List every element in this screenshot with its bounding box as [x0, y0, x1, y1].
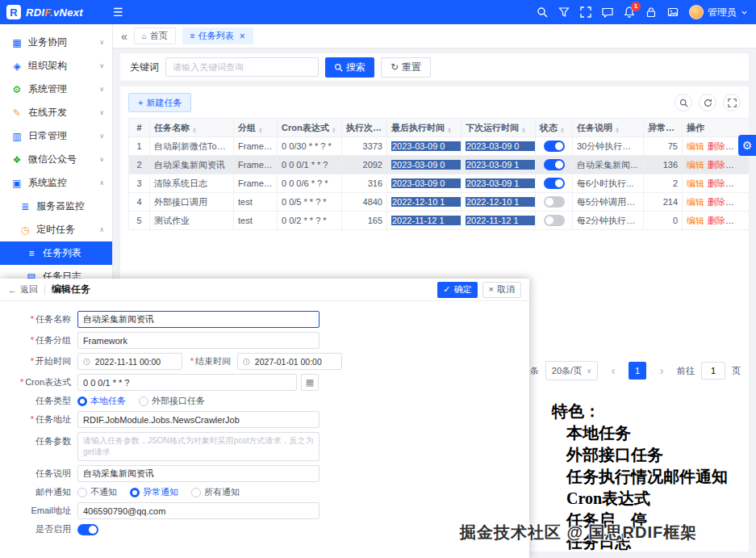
table-search-icon[interactable] — [675, 94, 692, 111]
next-page-button[interactable]: › — [653, 362, 670, 380]
sidebar-item-task-list[interactable]: ≡任务列表 — [0, 241, 112, 265]
status-toggle[interactable] — [544, 178, 565, 189]
task-group-input[interactable] — [77, 332, 320, 349]
radio-external-task[interactable]: 外部接口任务 — [139, 395, 205, 407]
confirm-button[interactable]: ✓ 确定 — [437, 282, 477, 298]
tab-task-list[interactable]: ≡ 任务列表 × — [182, 27, 253, 44]
sidebar-item-organization[interactable]: ◈组织架构∨ — [0, 54, 112, 78]
task-address-input[interactable] — [77, 411, 320, 428]
search-icon[interactable] — [537, 6, 548, 18]
column-header[interactable]: 分组▲▼ — [234, 119, 278, 137]
sidebar-item-online-dev[interactable]: ✎在线开发∨ — [0, 101, 112, 124]
status-toggle[interactable] — [544, 159, 565, 170]
cell-description: 每5分钟调用一次 — [573, 193, 644, 212]
edit-link[interactable]: 编辑 — [687, 197, 704, 207]
column-header[interactable]: 任务名称▲▼ — [150, 119, 234, 137]
table-refresh-icon[interactable] — [699, 94, 716, 111]
close-tab-icon[interactable]: × — [240, 31, 245, 41]
cell-actions: 编辑删除日志 — [683, 193, 750, 212]
end-time-picker[interactable] — [237, 353, 342, 370]
cell-description: 自动采集新闻... — [573, 156, 644, 174]
task-params-textarea[interactable] — [77, 432, 320, 461]
back-button[interactable]: ← 返回 — [8, 283, 38, 296]
delete-link[interactable]: 删除 — [708, 197, 725, 207]
column-header[interactable]: 执行次数▲▼ — [342, 119, 387, 137]
status-toggle[interactable] — [544, 196, 565, 208]
cell-actions: 编辑删除日志 — [683, 156, 750, 174]
new-task-button[interactable]: + 新建任务 — [128, 93, 191, 112]
column-header[interactable]: 下次运行时间▲▼ — [462, 119, 536, 137]
sidebar-item-daily-admin[interactable]: ▥日常管理∨ — [0, 124, 112, 148]
column-header[interactable]: 状态▲▼ — [536, 119, 573, 137]
column-header[interactable]: 最后执行时间▲▼ — [387, 119, 462, 137]
grid-icon: ▦ — [11, 37, 23, 48]
column-header[interactable]: 异常次数▲▼ — [644, 119, 683, 137]
gear-icon: ⚙ — [742, 139, 753, 152]
sidebar-item-wechat[interactable]: ❖微信公众号∨ — [0, 148, 112, 171]
page-size-select[interactable]: 20条/页 ∨ — [545, 361, 598, 380]
sidebar-item-system-monitor[interactable]: ▣系统监控∧ — [0, 171, 112, 195]
sidebar-item-server-monitor[interactable]: ≣服务器监控 — [0, 195, 112, 218]
app-logo: R RDIF.vNext — [0, 5, 103, 19]
settings-fab[interactable]: ⚙ — [738, 135, 756, 156]
radio-mail-error[interactable]: 异常通知 — [130, 486, 178, 498]
start-time-input[interactable] — [94, 356, 177, 367]
goto-page-input[interactable] — [701, 362, 725, 380]
lock-icon[interactable] — [645, 6, 657, 18]
cell-description: 30分钟执行一次 — [573, 137, 644, 156]
edit-link[interactable]: 编辑 — [687, 160, 704, 170]
cell-description: 每6小时执行... — [573, 174, 644, 193]
task-name-input[interactable] — [77, 311, 320, 328]
start-time-picker[interactable] — [77, 353, 182, 370]
cell-next-run: 2023-03-09 10:00 — [462, 156, 536, 174]
feature-item: 本地任务 — [566, 422, 728, 444]
image-icon[interactable] — [667, 6, 679, 18]
email-input[interactable] — [77, 502, 320, 519]
cancel-button[interactable]: × 取消 — [482, 282, 521, 298]
menu-collapse-icon[interactable]: ☰ — [113, 6, 123, 19]
close-icon: × — [489, 285, 494, 294]
table-fullscreen-icon[interactable] — [723, 94, 741, 111]
filter-icon[interactable] — [558, 6, 570, 18]
status-toggle[interactable] — [544, 215, 565, 226]
reset-button[interactable]: ↻ 重置 — [381, 57, 431, 78]
sidebar-item-business[interactable]: ▦业务协同∨ — [0, 31, 112, 54]
cell-actions: 编辑删除日志 — [683, 212, 750, 230]
collapse-tabs-icon[interactable]: « — [121, 30, 127, 43]
admin-menu[interactable]: 管理员 — [689, 5, 748, 19]
current-page-button[interactable]: 1 — [629, 362, 646, 380]
delete-link[interactable]: 删除 — [708, 178, 725, 188]
tabbar: « ⌂ 首页 ≡ 任务列表 × — [113, 24, 756, 48]
radio-mail-all[interactable]: 所有通知 — [191, 486, 240, 498]
sidebar-item-system-admin[interactable]: ⚙系统管理∨ — [0, 78, 112, 101]
cell-next-run: 2022-11-12 11:42 — [462, 212, 536, 230]
edit-link[interactable]: 编辑 — [687, 216, 704, 225]
keyword-input[interactable] — [165, 57, 319, 77]
cron-builder-button[interactable]: ▦ — [301, 374, 319, 391]
end-time-input[interactable] — [253, 356, 336, 367]
enable-toggle[interactable] — [77, 524, 98, 535]
column-header[interactable]: 任务说明▲▼ — [573, 119, 644, 137]
tab-home[interactable]: ⌂ 首页 — [134, 27, 176, 44]
notification-bell-icon[interactable]: 1 — [624, 6, 635, 18]
delete-link[interactable]: 删除 — [708, 216, 725, 225]
edit-link[interactable]: 编辑 — [687, 178, 704, 188]
task-desc-input[interactable] — [77, 465, 320, 482]
radio-icon — [130, 488, 140, 497]
sort-icon: ▲▼ — [615, 127, 620, 133]
prev-page-button[interactable]: ‹ — [604, 362, 622, 380]
cron-input[interactable] — [77, 374, 297, 391]
delete-link[interactable]: 删除 — [708, 141, 725, 151]
sidebar-item-scheduled-tasks[interactable]: ◷定时任务∧ — [0, 218, 112, 241]
message-icon[interactable] — [602, 6, 613, 18]
status-toggle[interactable] — [544, 141, 565, 152]
check-icon: ✓ — [443, 285, 450, 294]
radio-mail-none[interactable]: 不通知 — [77, 486, 117, 498]
edit-link[interactable]: 编辑 — [687, 141, 704, 151]
fullscreen-icon[interactable] — [580, 6, 591, 18]
radio-local-task[interactable]: 本地任务 — [77, 395, 126, 407]
column-header[interactable]: Cron表达式▲▼ — [278, 119, 342, 137]
search-icon — [334, 63, 343, 72]
search-button[interactable]: 搜索 — [325, 57, 374, 78]
delete-link[interactable]: 删除 — [708, 160, 725, 170]
